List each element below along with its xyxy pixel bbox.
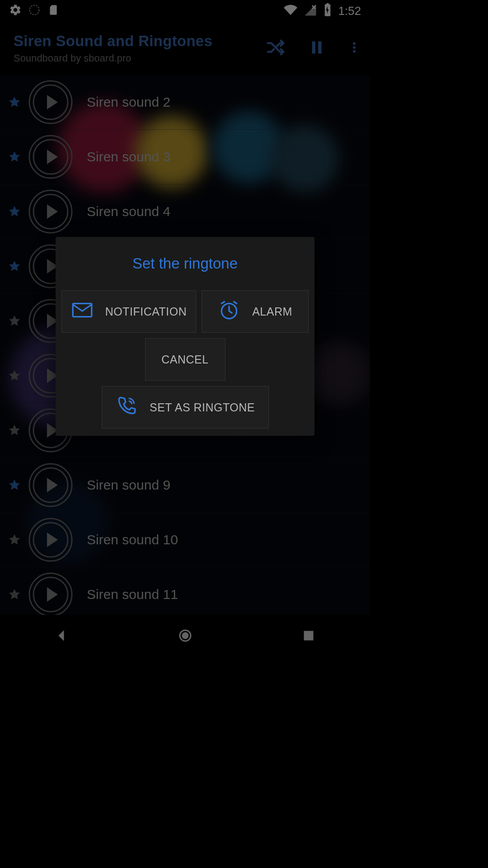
alarm-clock-icon: [218, 299, 240, 324]
set-ringtone-dialog: Set the ringtone NOTIFICATION ALARM CANC…: [56, 237, 314, 436]
dialog-buttons: NOTIFICATION ALARM CANCEL SET AS RINGTON…: [59, 290, 311, 430]
device-frame: 1:52 Siren Sound and Ringtones Soundboar…: [0, 0, 370, 658]
svg-rect-28: [73, 303, 92, 316]
notification-button[interactable]: NOTIFICATION: [61, 290, 196, 333]
alarm-button[interactable]: ALARM: [202, 290, 309, 333]
notification-label: NOTIFICATION: [105, 305, 187, 318]
alarm-label: ALARM: [252, 305, 292, 318]
cancel-label: CANCEL: [161, 353, 208, 366]
envelope-icon: [71, 299, 94, 324]
ringtone-label: SET AS RINGTONE: [150, 401, 255, 414]
set-as-ringtone-button[interactable]: SET AS RINGTONE: [102, 386, 269, 429]
cancel-button[interactable]: CANCEL: [145, 338, 225, 381]
phone-ring-icon: [115, 395, 138, 420]
dialog-title: Set the ringtone: [59, 255, 311, 272]
